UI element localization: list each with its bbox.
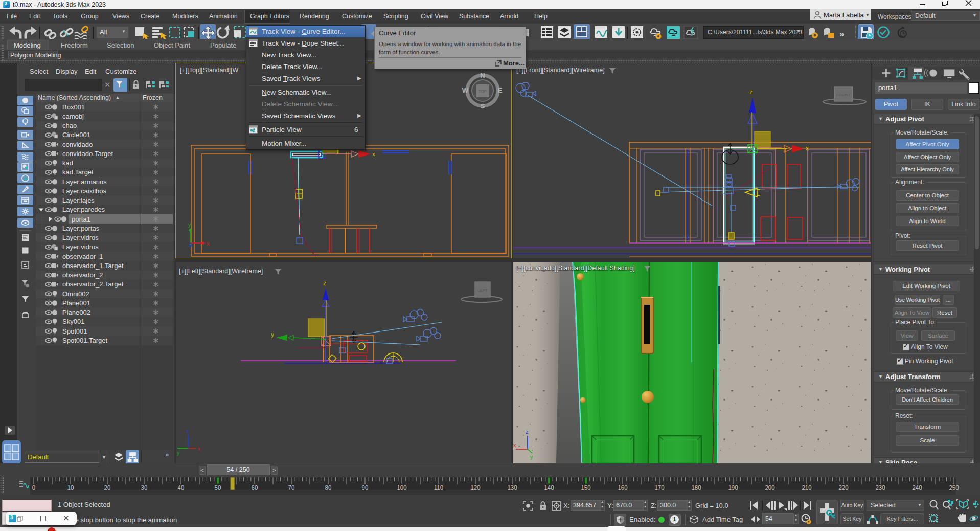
svg-text:50: 50 bbox=[215, 484, 221, 491]
svg-text:180: 180 bbox=[691, 484, 701, 491]
svg-text:x: x bbox=[806, 145, 809, 152]
svg-text:Spot001: Spot001 bbox=[62, 327, 87, 335]
svg-text:x: x bbox=[513, 442, 516, 448]
svg-text:130: 130 bbox=[507, 484, 517, 491]
svg-text:x: x bbox=[198, 446, 201, 452]
svg-text:Box001: Box001 bbox=[62, 103, 85, 111]
svg-text:y: y bbox=[530, 454, 533, 460]
svg-text:S: S bbox=[481, 102, 485, 110]
svg-text:Circle001: Circle001 bbox=[62, 131, 90, 139]
svg-text:kad: kad bbox=[62, 159, 73, 167]
svg-text:200: 200 bbox=[765, 484, 774, 491]
svg-text:y: y bbox=[271, 331, 274, 338]
svg-text:140: 140 bbox=[544, 484, 554, 491]
svg-text:Sky001: Sky001 bbox=[62, 318, 84, 325]
svg-text:240: 240 bbox=[912, 484, 922, 491]
svg-text:observador_2: observador_2 bbox=[62, 271, 103, 279]
svg-text:120: 120 bbox=[470, 484, 480, 491]
svg-text:chao: chao bbox=[62, 122, 77, 129]
svg-text:110: 110 bbox=[434, 484, 443, 491]
svg-text:TOP: TOP bbox=[478, 89, 486, 94]
svg-text:z: z bbox=[526, 429, 529, 435]
svg-text:y: y bbox=[177, 450, 180, 456]
svg-text:LEFT: LEFT bbox=[477, 288, 488, 293]
svg-text:190: 190 bbox=[728, 484, 738, 491]
svg-text:30: 30 bbox=[141, 484, 148, 491]
svg-text:90: 90 bbox=[362, 484, 369, 491]
svg-text:160: 160 bbox=[618, 484, 627, 491]
svg-text:70: 70 bbox=[288, 484, 295, 491]
svg-text:W: W bbox=[462, 86, 469, 94]
svg-text:210: 210 bbox=[802, 484, 811, 491]
svg-text:80: 80 bbox=[325, 484, 332, 491]
svg-text:Layer:vidros: Layer:vidros bbox=[62, 234, 99, 241]
svg-text:y: y bbox=[188, 222, 191, 228]
svg-text:kad.Target: kad.Target bbox=[62, 168, 94, 176]
svg-text:Layer:paredes: Layer:paredes bbox=[62, 206, 105, 213]
svg-text:0: 0 bbox=[32, 484, 35, 491]
svg-text:x: x bbox=[207, 240, 210, 247]
svg-text:E: E bbox=[498, 86, 503, 94]
svg-text:observador_1.Target: observador_1.Target bbox=[62, 262, 124, 270]
svg-text:x: x bbox=[372, 151, 375, 157]
svg-text:Plane002: Plane002 bbox=[62, 308, 90, 316]
svg-text:230: 230 bbox=[875, 484, 885, 491]
svg-text:150: 150 bbox=[581, 484, 590, 491]
svg-text:»: » bbox=[839, 29, 844, 39]
svg-text:observador_2.Target: observador_2.Target bbox=[62, 280, 124, 288]
svg-text:100: 100 bbox=[397, 484, 406, 491]
svg-text:observador_1: observador_1 bbox=[62, 253, 103, 260]
svg-text:170: 170 bbox=[654, 484, 664, 491]
svg-text:porta1: porta1 bbox=[72, 215, 90, 223]
svg-text:60: 60 bbox=[252, 484, 258, 491]
svg-text:camobj: camobj bbox=[62, 113, 84, 120]
svg-text:FRONT: FRONT bbox=[836, 93, 851, 97]
svg-text:Layer:caixilhos: Layer:caixilhos bbox=[62, 187, 106, 195]
svg-text:20: 20 bbox=[104, 484, 111, 491]
svg-text:250: 250 bbox=[949, 484, 959, 491]
svg-text:convidado.Target: convidado.Target bbox=[62, 150, 113, 158]
svg-text:z: z bbox=[186, 428, 189, 434]
svg-text:10: 10 bbox=[67, 484, 74, 491]
svg-text:Layer:armarios: Layer:armarios bbox=[62, 178, 107, 186]
svg-text:Omni002: Omni002 bbox=[62, 290, 89, 298]
svg-text:Spot001.Target: Spot001.Target bbox=[62, 337, 108, 344]
svg-text:N: N bbox=[480, 72, 485, 79]
svg-text:220: 220 bbox=[838, 484, 848, 491]
svg-text:Layer:portas: Layer:portas bbox=[62, 225, 100, 232]
svg-text:Plane001: Plane001 bbox=[62, 299, 90, 307]
svg-text:convidado: convidado bbox=[62, 141, 93, 148]
svg-text:40: 40 bbox=[178, 484, 185, 491]
svg-text:z: z bbox=[323, 280, 326, 287]
svg-text:Layer:vidros: Layer:vidros bbox=[62, 243, 99, 251]
svg-text:z: z bbox=[749, 88, 753, 96]
svg-text:Layer:lajes: Layer:lajes bbox=[62, 196, 95, 204]
